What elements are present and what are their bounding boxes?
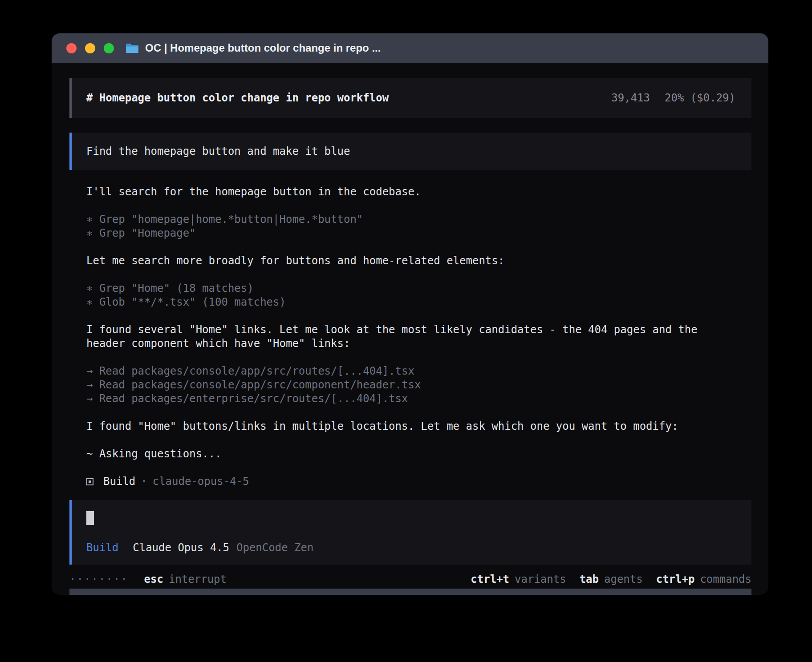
window-title: OC | Homepage button color change in rep… bbox=[145, 42, 381, 54]
folder-icon bbox=[126, 43, 139, 54]
input-model-label: Claude Opus 4.5 bbox=[133, 541, 229, 555]
session-header: # Homepage button color change in repo w… bbox=[69, 78, 751, 118]
tool-call: → Read packages/console/app/src/routes/[… bbox=[86, 364, 751, 378]
status-bar-right: ctrl+t variants tab agents ctrl+p comman… bbox=[471, 573, 751, 586]
agent-icon bbox=[86, 478, 93, 485]
context-usage: 20% ($0.29) bbox=[665, 92, 735, 104]
assistant-message: I found "Home" buttons/links in multiple… bbox=[86, 420, 723, 433]
shortcut-key: tab bbox=[580, 573, 599, 586]
token-count: 39,413 bbox=[611, 92, 650, 104]
shortcut-agents: tab agents bbox=[580, 573, 643, 586]
shortcut-label: agents bbox=[604, 573, 643, 586]
prompt-input[interactable]: Build Claude Opus 4.5 OpenCode Zen bbox=[69, 500, 751, 565]
status-bar: ········ esc interrupt ctrl+t variants t… bbox=[69, 573, 751, 586]
session-stats: 39,413 20% ($0.29) bbox=[611, 92, 735, 104]
terminal-window: OC | Homepage button color change in rep… bbox=[52, 33, 768, 595]
assistant-status: ~ Asking questions... bbox=[86, 447, 723, 461]
shortcut-interrupt: esc interrupt bbox=[144, 573, 227, 586]
shortcut-label: variants bbox=[515, 573, 566, 586]
tool-call: ∗ Grep "homepage|home.*button|Home.*butt… bbox=[86, 213, 751, 226]
window-bottom-edge bbox=[69, 589, 751, 595]
text-cursor bbox=[86, 511, 94, 525]
terminal-content: # Homepage button color change in repo w… bbox=[52, 63, 768, 595]
tool-call-group: → Read packages/console/app/src/routes/[… bbox=[86, 364, 751, 406]
input-mode-label: Build bbox=[86, 541, 118, 555]
shortcut-key: esc bbox=[144, 573, 163, 586]
tool-call: ∗ Grep "Homepage" bbox=[86, 226, 751, 240]
input-provider-label: OpenCode Zen bbox=[236, 541, 313, 555]
shortcut-variants: ctrl+t variants bbox=[471, 573, 566, 586]
tool-call: ∗ Grep "Home" (18 matches) bbox=[86, 282, 751, 295]
agent-status-row: Build · claude-opus-4-5 bbox=[86, 475, 751, 488]
shortcut-key: ctrl+p bbox=[656, 573, 695, 586]
assistant-message: I found several "Home" links. Let me loo… bbox=[86, 323, 723, 351]
agent-name: Build bbox=[103, 475, 135, 488]
shortcut-key: ctrl+t bbox=[471, 573, 509, 586]
user-message-text: Find the homepage button and make it blu… bbox=[86, 145, 350, 157]
shortcut-commands: ctrl+p commands bbox=[656, 573, 751, 586]
tool-call: → Read packages/enterprise/src/routes/[.… bbox=[86, 392, 751, 406]
session-title: # Homepage button color change in repo w… bbox=[86, 92, 389, 104]
zoom-button[interactable] bbox=[104, 43, 114, 53]
tool-call-group: ∗ Grep "Home" (18 matches) ∗ Glob "**/*.… bbox=[86, 282, 751, 309]
user-message: Find the homepage button and make it blu… bbox=[69, 133, 751, 170]
shortcut-label: interrupt bbox=[169, 573, 227, 586]
input-meta: Build Claude Opus 4.5 OpenCode Zen bbox=[86, 541, 751, 555]
minimize-button[interactable] bbox=[85, 43, 95, 53]
assistant-message: Let me search more broadly for buttons a… bbox=[86, 254, 723, 268]
traffic-lights bbox=[66, 43, 114, 53]
titlebar: OC | Homepage button color change in rep… bbox=[52, 33, 768, 63]
tool-call-group: ∗ Grep "homepage|home.*button|Home.*butt… bbox=[86, 213, 751, 240]
agent-separator: · bbox=[141, 475, 147, 488]
spinner-dots: ········ bbox=[69, 573, 128, 586]
transcript: I'll search for the homepage button in t… bbox=[86, 185, 751, 500]
shortcut-label: commands bbox=[700, 573, 751, 586]
agent-model: claude-opus-4-5 bbox=[153, 475, 249, 488]
tool-call: ∗ Glob "**/*.tsx" (100 matches) bbox=[86, 295, 751, 309]
close-button[interactable] bbox=[66, 43, 77, 53]
assistant-message: I'll search for the homepage button in t… bbox=[86, 185, 723, 199]
tool-call: → Read packages/console/app/src/componen… bbox=[86, 378, 751, 392]
